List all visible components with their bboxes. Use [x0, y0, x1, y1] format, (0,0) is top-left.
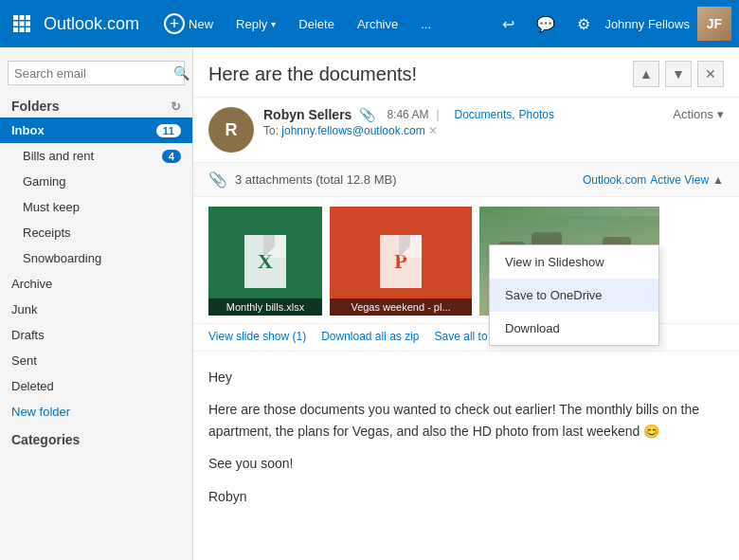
search-input[interactable]	[14, 66, 173, 81]
nav-down-icon[interactable]: ▼	[665, 61, 692, 87]
svg-rect-6	[13, 27, 18, 32]
sidebar-item-drafts[interactable]: Drafts	[0, 322, 192, 348]
svg-rect-5	[26, 22, 30, 27]
attachment-paperclip-icon: 📎	[359, 107, 375, 122]
email-subject-bar: Here are the documents! ▲ ▼ ✕	[193, 47, 739, 98]
sidebar-item-receipts[interactable]: Receipts	[0, 220, 192, 245]
sidebar: 🔍 Folders ↻ Inbox 11 Bills and rent 4 Ga…	[0, 47, 193, 560]
attachments-bar: 📎 3 attachments (total 12.8 MB) Outlook.…	[193, 163, 739, 197]
excel-attachment[interactable]: X Monthly bills.xlsx	[208, 207, 322, 316]
context-menu-download[interactable]: Download	[490, 312, 658, 345]
deleted-label: Deleted	[11, 379, 54, 393]
download-zip-link[interactable]: Download all as zip	[321, 330, 419, 343]
ppt-doc-icon: P	[380, 235, 422, 288]
context-menu-onedrive[interactable]: Save to OneDrive	[490, 279, 658, 312]
sender-name: Robyn Sellers	[263, 107, 351, 122]
app-grid-icon[interactable]	[8, 9, 36, 38]
ppt-attachment[interactable]: P Vegas weekend - pl...	[330, 207, 472, 316]
sidebar-item-mustkeep[interactable]: Must keep	[0, 194, 192, 220]
excel-caption: Monthly bills.xlsx	[208, 298, 322, 316]
svg-rect-8	[26, 27, 30, 32]
excel-doc-icon: X	[244, 235, 286, 288]
svg-rect-3	[13, 22, 18, 27]
svg-rect-0	[13, 15, 18, 20]
photo-attachment[interactable]: View in Slideshow Save to OneDrive Downl…	[479, 207, 659, 316]
search-icon[interactable]: 🔍	[173, 65, 189, 81]
attach-clip-icon: 📎	[208, 171, 227, 189]
new-circle-icon: +	[164, 13, 185, 34]
main-layout: 🔍 Folders ↻ Inbox 11 Bills and rent 4 Ga…	[0, 47, 739, 560]
sidebar-item-inbox[interactable]: Inbox 11	[0, 117, 192, 143]
sidebar-item-deleted[interactable]: Deleted	[0, 373, 192, 399]
inbox-label: Inbox	[11, 123, 45, 137]
collapse-icon[interactable]: ▲	[712, 173, 724, 187]
send-time: 8:46 AM	[387, 108, 428, 121]
categories-header: Categories	[0, 425, 192, 451]
thumbnails-row: X Monthly bills.xlsx P Vegas weekend - p…	[193, 197, 739, 324]
body-closing: See you soon!	[208, 453, 724, 474]
sidebar-item-gaming[interactable]: Gaming	[0, 169, 192, 194]
sidebar-item-sent[interactable]: Sent	[0, 348, 192, 373]
sender-name-row: Robyn Sellers 📎 8:46 AM | Documents, Pho…	[263, 107, 663, 122]
archive-button[interactable]: Archive	[348, 11, 407, 37]
sidebar-item-bills[interactable]: Bills and rent 4	[0, 143, 192, 169]
sender-row: R Robyn Sellers 📎 8:46 AM | Documents, P…	[193, 98, 739, 163]
user-name[interactable]: Johnny Fellows	[604, 17, 690, 31]
search-box: 🔍	[8, 61, 185, 85]
attach-info: 📎 3 attachments (total 12.8 MB)	[208, 171, 397, 189]
context-menu: View in Slideshow Save to OneDrive Downl…	[489, 244, 659, 346]
actions-chevron-icon: ▾	[717, 107, 724, 121]
mustkeep-label: Must keep	[23, 200, 80, 214]
body-signature: Robyn	[208, 486, 724, 507]
snowboarding-label: Snowboarding	[23, 251, 101, 265]
new-button[interactable]: + New	[154, 8, 223, 40]
nav-close-icon[interactable]: ✕	[697, 61, 724, 87]
email-content: Here are the documents! ▲ ▼ ✕ R Robyn Se…	[193, 47, 739, 560]
outlook-brand-label: Outlook.com	[583, 173, 646, 187]
sidebar-item-junk[interactable]: Junk	[0, 297, 192, 322]
sent-label: Sent	[11, 353, 37, 368]
body-greeting: Hey	[208, 367, 724, 388]
undo-icon[interactable]: ↩	[491, 7, 525, 41]
refresh-icon[interactable]: ↻	[171, 99, 181, 114]
active-view-button[interactable]: Active View	[650, 173, 709, 187]
svg-rect-7	[20, 27, 25, 32]
gaming-label: Gaming	[23, 174, 66, 189]
archive-label: Archive	[11, 277, 52, 291]
nav-up-icon[interactable]: ▲	[633, 61, 659, 87]
svg-rect-2	[26, 15, 30, 20]
app-logo: Outlook.com	[44, 14, 139, 34]
actions-button[interactable]: Actions ▾	[673, 107, 724, 121]
inbox-badge: 11	[156, 124, 181, 137]
view-slideshow-link[interactable]: View slide show (1)	[208, 330, 306, 343]
attach-count: 3 attachments (total 12.8 MB)	[235, 172, 397, 187]
delete-button[interactable]: Delete	[289, 11, 344, 37]
avatar[interactable]: JF	[697, 7, 731, 41]
new-folder-link[interactable]: New folder	[0, 399, 192, 425]
sidebar-item-snowboarding[interactable]: Snowboarding	[0, 245, 192, 271]
receipts-label: Receipts	[23, 226, 71, 240]
body-main: Here are those documents you wanted to c…	[208, 399, 724, 442]
more-button[interactable]: ...	[411, 11, 441, 37]
bills-badge: 4	[162, 150, 181, 163]
settings-icon[interactable]: ⚙	[567, 7, 601, 41]
folder-tag-photos[interactable]: Photos	[519, 108, 554, 121]
folder-tag-documents[interactable]: Documents,	[455, 108, 515, 121]
chevron-down-icon: ▾	[271, 19, 276, 29]
drafts-label: Drafts	[11, 328, 45, 342]
sender-to: To: johnny.fellows@outlook.com ✕	[263, 124, 663, 137]
chat-icon[interactable]: 💬	[529, 7, 563, 41]
junk-label: Junk	[11, 302, 37, 316]
reply-button[interactable]: Reply ▾	[226, 11, 285, 37]
email-body: Hey Here are those documents you wanted …	[193, 352, 739, 560]
recipient-email[interactable]: johnny.fellows@outlook.com	[281, 124, 424, 137]
email-subject: Here are the documents!	[208, 63, 417, 85]
email-nav-icons: ▲ ▼ ✕	[633, 61, 724, 87]
context-menu-slideshow[interactable]: View in Slideshow	[490, 245, 658, 279]
sender-info: Robyn Sellers 📎 8:46 AM | Documents, Pho…	[263, 107, 663, 137]
folders-label: Folders	[11, 99, 60, 114]
sidebar-item-archive[interactable]: Archive	[0, 271, 192, 297]
bills-label: Bills and rent	[23, 149, 94, 163]
attach-right: Outlook.com Active View ▲	[583, 173, 724, 187]
topbar: Outlook.com + New Reply ▾ Delete Archive…	[0, 0, 739, 47]
